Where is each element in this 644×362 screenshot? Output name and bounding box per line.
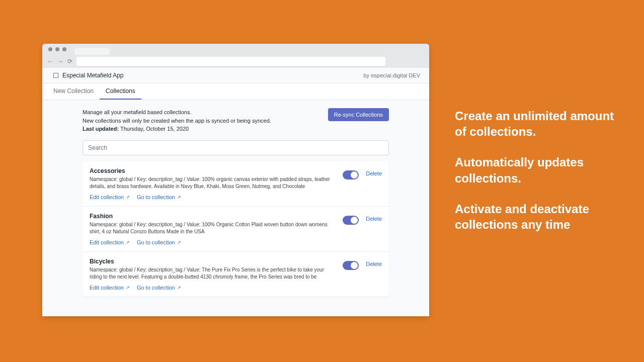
- marketing-line-2: Automatically updates collections.: [455, 154, 621, 186]
- app-content: Especial Metafield App by especial.digit…: [42, 68, 429, 316]
- collection-title: Fashion: [90, 213, 337, 220]
- app-header: Especial Metafield App by especial.digit…: [42, 68, 429, 83]
- minimize-window-icon[interactable]: [55, 47, 59, 51]
- close-window-icon[interactable]: [48, 47, 52, 51]
- browser-window: ← → ⟳ Especial Metafield App by especial…: [42, 44, 429, 316]
- external-link-icon: ↗: [177, 285, 181, 290]
- collection-description: Namespace: global / Key: description_tag…: [90, 266, 337, 281]
- tab-new-collection[interactable]: New Collection: [47, 83, 100, 100]
- goto-collection-link[interactable]: Go to collection↗: [137, 194, 181, 200]
- back-icon[interactable]: ←: [47, 58, 53, 65]
- main-area: Manage all your metafield based collecti…: [42, 100, 429, 305]
- collection-title: Bicycles: [90, 258, 337, 265]
- forward-icon[interactable]: →: [57, 58, 63, 65]
- marketing-line-3: Activate and deactivate collections any …: [455, 201, 621, 232]
- search-input[interactable]: [83, 140, 389, 155]
- external-link-icon: ↗: [177, 195, 181, 200]
- collection-description: Namespace: global / Key: description_tag…: [90, 176, 337, 190]
- edit-collection-link[interactable]: Edit collection↗: [90, 194, 130, 200]
- browser-title-bar: [42, 44, 429, 55]
- browser-toolbar: ← → ⟳: [42, 55, 429, 68]
- browser-tab[interactable]: [74, 48, 110, 55]
- collection-description: Namespace: global / Key: description_tag…: [90, 221, 337, 235]
- goto-collection-link[interactable]: Go to collection↗: [137, 285, 181, 291]
- address-bar[interactable]: [76, 57, 385, 66]
- tab-collections[interactable]: Collections: [100, 83, 141, 100]
- list-item: Accessories Namespace: global / Key: des…: [83, 161, 389, 207]
- tab-bar: New Collection Collections: [42, 83, 429, 100]
- external-link-icon: ↗: [126, 195, 130, 200]
- delete-button[interactable]: Delete: [366, 261, 382, 267]
- enable-toggle[interactable]: [343, 170, 359, 179]
- delete-button[interactable]: Delete: [366, 170, 382, 176]
- list-item: Bicycles Namespace: global / Key: descri…: [83, 252, 389, 297]
- intro-line-1: Manage all your metafield based collecti…: [83, 108, 271, 117]
- marketing-copy: Create an unlimited amount of collection…: [455, 108, 621, 247]
- maximize-window-icon[interactable]: [62, 47, 66, 51]
- goto-collection-link[interactable]: Go to collection↗: [137, 239, 181, 245]
- list-item: Fashion Namespace: global / Key: descrip…: [83, 207, 389, 252]
- collection-title: Accessories: [90, 167, 337, 174]
- app-icon: [53, 73, 58, 78]
- external-link-icon: ↗: [126, 240, 130, 245]
- edit-collection-link[interactable]: Edit collection↗: [90, 239, 130, 245]
- enable-toggle[interactable]: [343, 216, 359, 225]
- intro-line-2: New collections will only be created whe…: [83, 117, 271, 125]
- last-updated-value: Thursday, October 15, 2020: [119, 126, 189, 132]
- enable-toggle[interactable]: [343, 261, 359, 270]
- intro-text: Manage all your metafield based collecti…: [83, 108, 271, 133]
- app-title: Especial Metafield App: [62, 72, 123, 79]
- app-byline: by especial.digital DEV: [363, 72, 420, 78]
- reload-icon[interactable]: ⟳: [67, 58, 72, 65]
- resync-button[interactable]: Re-sync Collections: [328, 108, 389, 121]
- external-link-icon: ↗: [177, 240, 181, 245]
- external-link-icon: ↗: [126, 285, 130, 290]
- edit-collection-link[interactable]: Edit collection↗: [90, 285, 130, 291]
- marketing-line-1: Create an unlimited amount of collection…: [455, 108, 621, 139]
- delete-button[interactable]: Delete: [366, 216, 382, 222]
- last-updated-label: Last updated:: [83, 126, 119, 132]
- collection-list: Accessories Namespace: global / Key: des…: [83, 161, 389, 297]
